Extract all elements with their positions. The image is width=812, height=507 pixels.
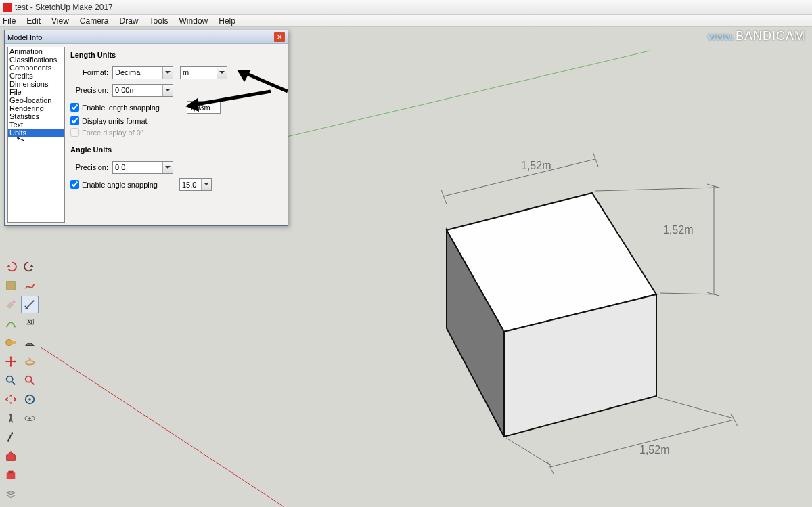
menu-file[interactable]: File xyxy=(3,16,16,26)
orbit-icon[interactable] xyxy=(2,391,20,408)
tool-palette: A1 xyxy=(1,257,39,504)
window-titlebar: test - SketchUp Make 2017 xyxy=(0,0,812,15)
cat-components[interactable]: Components xyxy=(8,64,64,72)
dimension-width: 1,52m xyxy=(521,160,551,171)
force-zero-checkbox xyxy=(70,128,79,137)
svg-text:A1: A1 xyxy=(27,319,32,324)
svg-rect-36 xyxy=(7,472,16,479)
extwarehouse-icon[interactable] xyxy=(2,466,20,484)
unit-dropdown[interactable]: m xyxy=(180,66,227,79)
paint-icon[interactable] xyxy=(2,296,20,313)
redo-icon[interactable] xyxy=(21,258,39,275)
protractor-icon[interactable] xyxy=(21,334,39,351)
layers-icon[interactable] xyxy=(2,485,20,503)
menu-tools[interactable]: Tools xyxy=(150,16,168,26)
precision-dropdown[interactable]: 0,00m xyxy=(112,84,173,97)
svg-line-15 xyxy=(731,413,738,426)
cat-geo[interactable]: Geo-location xyxy=(8,96,64,104)
model-info-dialog[interactable]: Model Info ✕ Animation Classifications C… xyxy=(4,30,288,226)
svg-line-1 xyxy=(41,325,284,507)
cat-credits[interactable]: Credits xyxy=(8,72,64,80)
app-icon xyxy=(3,3,12,12)
chevron-down-icon xyxy=(162,162,173,173)
svg-line-13 xyxy=(550,420,734,467)
svg-point-27 xyxy=(26,376,32,382)
menu-camera[interactable]: Camera xyxy=(80,16,109,26)
format-dropdown[interactable]: Decimal xyxy=(112,66,173,79)
freehand-icon[interactable] xyxy=(21,277,39,294)
zoom-icon[interactable] xyxy=(2,372,20,389)
svg-point-19 xyxy=(13,301,16,303)
format-label: Format: xyxy=(70,68,108,76)
svg-point-30 xyxy=(28,398,31,401)
close-icon[interactable]: ✕ xyxy=(274,32,285,42)
svg-line-28 xyxy=(31,382,35,385)
select-icon[interactable] xyxy=(2,277,20,294)
display-units-format-checkbox[interactable] xyxy=(70,116,79,125)
move-icon[interactable] xyxy=(2,353,20,370)
menu-view[interactable]: View xyxy=(51,16,69,26)
units-panel: Length Units Format: Decimal m Precision… xyxy=(68,44,288,225)
svg-line-14 xyxy=(547,460,554,474)
lookaround-icon[interactable] xyxy=(21,410,39,427)
menu-edit[interactable]: Edit xyxy=(26,16,41,26)
svg-rect-23 xyxy=(11,341,16,344)
svg-point-31 xyxy=(9,414,12,416)
chevron-down-icon xyxy=(201,179,211,190)
text-icon[interactable]: A1 xyxy=(21,315,39,332)
svg-rect-37 xyxy=(8,471,13,474)
svg-point-35 xyxy=(11,432,13,434)
window-title: test - SketchUp Make 2017 xyxy=(15,3,113,12)
precision-label: Precision: xyxy=(70,86,108,94)
svg-point-25 xyxy=(7,376,13,382)
svg-line-16 xyxy=(506,438,551,466)
arc-icon[interactable] xyxy=(2,315,20,332)
eraser-icon[interactable] xyxy=(21,296,39,313)
enable-length-snapping-checkbox[interactable] xyxy=(70,103,79,112)
svg-line-7 xyxy=(593,152,598,167)
force-zero-label: Force display of 0" xyxy=(82,129,143,137)
pan-icon[interactable] xyxy=(21,391,39,408)
section-icon[interactable] xyxy=(2,428,20,446)
chevron-down-icon xyxy=(162,85,173,96)
svg-line-11 xyxy=(595,188,717,191)
rotate-icon[interactable] xyxy=(21,353,39,370)
svg-point-34 xyxy=(7,440,9,442)
menu-window[interactable]: Window xyxy=(179,16,208,26)
enable-length-snapping-label: Enable length snapping xyxy=(82,104,160,112)
angle-precision-label: Precision: xyxy=(70,163,108,171)
chevron-down-icon xyxy=(162,67,173,79)
svg-line-12 xyxy=(660,293,717,294)
enable-angle-snapping-label: Enable angle snapping xyxy=(82,181,158,189)
menu-help[interactable]: Help xyxy=(219,16,235,26)
separator xyxy=(70,141,281,141)
tape-icon[interactable] xyxy=(2,334,20,351)
angle-precision-dropdown[interactable]: 0,0 xyxy=(112,161,173,174)
dimension-depth: 1,52m xyxy=(639,444,669,456)
angle-snap-value-dropdown[interactable]: 15,0 xyxy=(179,178,212,191)
cat-text[interactable]: Text xyxy=(8,120,64,129)
cat-statistics[interactable]: Statistics xyxy=(8,112,64,120)
dialog-title: Model Info xyxy=(7,33,42,41)
svg-line-5 xyxy=(443,159,595,196)
cat-file[interactable]: File xyxy=(8,88,64,96)
menu-draw[interactable]: Draw xyxy=(120,16,139,26)
svg-point-33 xyxy=(28,417,31,420)
cat-dimensions[interactable]: Dimensions xyxy=(8,80,64,88)
svg-line-17 xyxy=(658,397,734,418)
dimension-height: 1,52m xyxy=(663,224,693,236)
3dwarehouse-icon[interactable] xyxy=(2,447,20,465)
cat-rendering[interactable]: Rendering xyxy=(8,104,64,112)
svg-line-26 xyxy=(12,382,16,385)
enable-angle-snapping-checkbox[interactable] xyxy=(70,180,79,189)
menu-bar: File Edit View Camera Draw Tools Window … xyxy=(0,15,812,27)
walk-icon[interactable] xyxy=(2,410,20,427)
cat-classifications[interactable]: Classifications xyxy=(8,56,64,64)
svg-rect-18 xyxy=(7,282,16,290)
zoom-extents-icon[interactable] xyxy=(21,372,39,389)
cat-animation[interactable]: Animation xyxy=(8,47,64,56)
dialog-titlebar[interactable]: Model Info ✕ xyxy=(5,30,288,44)
length-snap-value-field[interactable]: 1,93m xyxy=(187,101,221,114)
undo-icon[interactable] xyxy=(2,258,20,275)
length-units-header: Length Units xyxy=(70,51,281,59)
